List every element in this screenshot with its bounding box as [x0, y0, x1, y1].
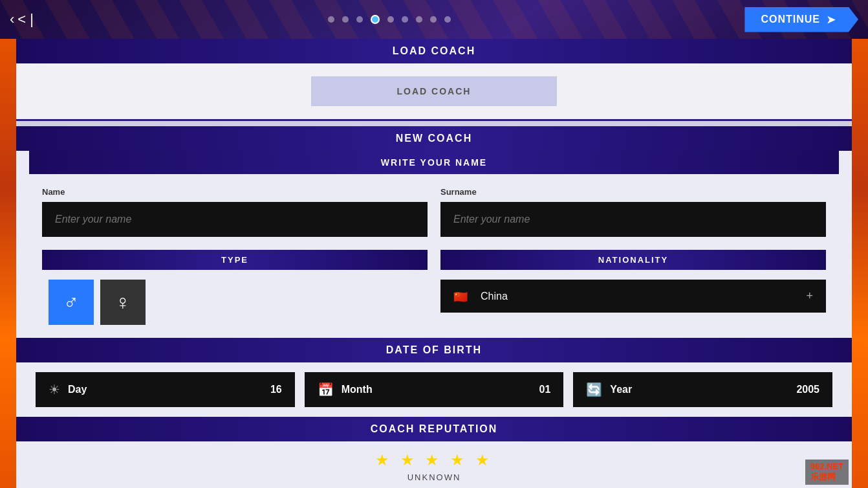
month-label: Month — [342, 384, 532, 395]
surname-field: Surname — [440, 187, 826, 237]
nationality-selector[interactable]: 🇨🇳 China + — [440, 280, 826, 313]
day-icon: ☀ — [49, 382, 60, 397]
name-label: Name — [42, 187, 428, 197]
date-of-birth-header: DATE OF BIRTH — [16, 338, 852, 362]
section-divider-1 — [16, 121, 852, 126]
year-label: Year — [610, 384, 788, 395]
coach-reputation-section: COACH REPUTATION ★ ★ ★ ★ ★ UNKNOWN — [16, 417, 852, 488]
country-name: China — [481, 291, 798, 302]
back-arrow-icon: ‹ — [10, 11, 14, 28]
watermark-text: 962.NET — [810, 461, 843, 471]
continue-arrow-icon: ➤ — [827, 14, 836, 26]
month-value: 01 — [539, 384, 551, 395]
day-field[interactable]: ☀ Day 16 — [36, 372, 295, 407]
load-coach-button[interactable]: LOAD COACH — [311, 76, 557, 106]
top-navigation-bar: ‹ < | CONTINUE ➤ — [0, 0, 868, 39]
nationality-expand-icon: + — [806, 289, 813, 303]
new-coach-section: WRITE YOUR NAME Name Surname TYPE ♂ — [16, 151, 852, 488]
back-label: < | — [17, 11, 34, 28]
year-field[interactable]: 🔄 Year 2005 — [573, 372, 832, 407]
country-flag-icon: 🇨🇳 — [453, 290, 473, 303]
type-nationality-row: TYPE ♂ ♀ NATIONALITY 🇨🇳 China — [16, 250, 852, 338]
day-label: Day — [68, 384, 263, 395]
female-gender-button[interactable]: ♀ — [100, 280, 146, 325]
name-input[interactable] — [42, 202, 428, 237]
reputation-label: UNKNOWN — [26, 472, 842, 482]
progress-dot-7[interactable] — [416, 16, 422, 23]
male-gender-button[interactable]: ♂ — [49, 280, 94, 325]
reputation-stars: ★ ★ ★ ★ ★ — [26, 451, 842, 469]
surname-input[interactable] — [440, 202, 826, 237]
month-field[interactable]: 📅 Month 01 — [305, 372, 564, 407]
month-icon: 📅 — [318, 382, 334, 397]
female-gender-icon: ♀ — [115, 291, 131, 315]
load-coach-section-header: LOAD COACH — [16, 39, 852, 63]
main-content-area: LOAD COACH LOAD COACH NEW COACH WRITE YO… — [16, 39, 852, 488]
back-button[interactable]: ‹ < | — [10, 11, 34, 28]
progress-dots — [328, 15, 451, 24]
load-coach-section: LOAD COACH — [16, 63, 852, 121]
progress-dot-5[interactable] — [387, 16, 394, 23]
progress-dot-2[interactable] — [342, 16, 349, 23]
name-field: Name — [42, 187, 428, 237]
nationality-section: NATIONALITY 🇨🇳 China + — [440, 250, 826, 325]
progress-dot-3[interactable] — [356, 16, 363, 23]
reputation-header: COACH REPUTATION — [16, 417, 852, 441]
watermark: 962.NET 乐游网 — [805, 460, 849, 485]
new-coach-section-header: NEW COACH — [16, 126, 852, 151]
progress-dot-8[interactable] — [430, 16, 437, 23]
progress-dot-9[interactable] — [444, 16, 451, 23]
date-of-birth-section: DATE OF BIRTH ☀ Day 16 📅 Month 01 🔄 Year… — [16, 338, 852, 417]
year-icon: 🔄 — [586, 382, 602, 397]
name-fields-container: Name Surname — [16, 174, 852, 250]
year-value: 2005 — [796, 384, 819, 395]
continue-button[interactable]: CONTINUE ➤ — [744, 7, 858, 32]
continue-label: CONTINUE — [761, 14, 820, 25]
right-decorative-strip — [852, 39, 868, 488]
type-header: TYPE — [42, 250, 428, 270]
write-name-header: WRITE YOUR NAME — [29, 151, 839, 174]
day-value: 16 — [270, 384, 282, 395]
nationality-header: NATIONALITY — [440, 250, 826, 270]
dob-fields-container: ☀ Day 16 📅 Month 01 🔄 Year 2005 — [16, 362, 852, 417]
progress-dot-1[interactable] — [328, 16, 334, 23]
type-section: TYPE ♂ ♀ — [42, 250, 428, 325]
gender-buttons: ♂ ♀ — [42, 280, 428, 325]
progress-dot-4[interactable] — [371, 15, 380, 24]
left-decorative-strip — [0, 39, 16, 488]
progress-dot-6[interactable] — [402, 16, 408, 23]
watermark-subtext: 乐游网 — [810, 472, 836, 482]
male-gender-icon: ♂ — [63, 291, 79, 315]
reputation-content: ★ ★ ★ ★ ★ UNKNOWN — [16, 441, 852, 488]
surname-label: Surname — [440, 187, 826, 197]
